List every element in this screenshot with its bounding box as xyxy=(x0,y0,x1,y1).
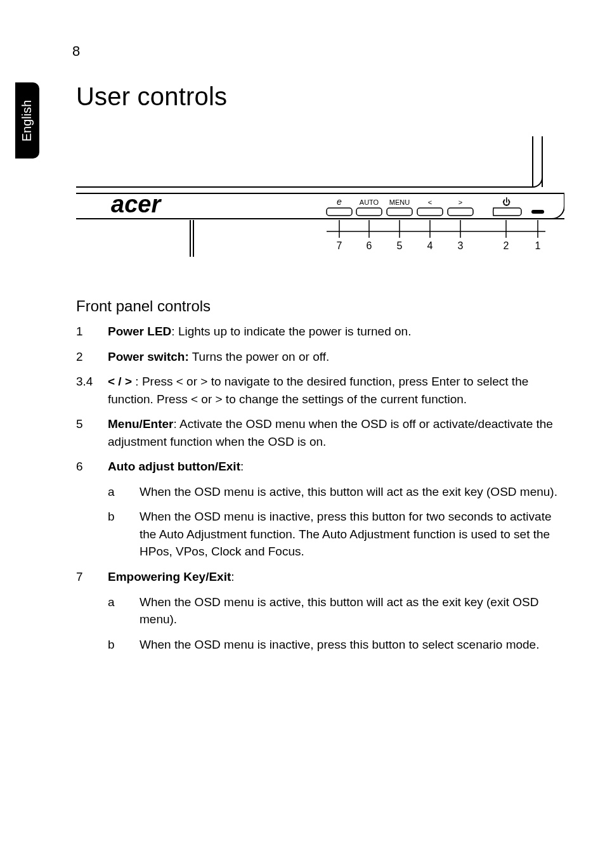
item-text: Press < or > to navigate to the desired … xyxy=(108,375,528,406)
empower-icon: e xyxy=(337,197,342,207)
item-num: 2 xyxy=(76,348,108,366)
sub-item: b When the OSD menu is inactive, press t… xyxy=(76,636,564,654)
callout-5: 5 xyxy=(397,240,403,251)
brand-logo: acer xyxy=(111,191,162,217)
language-tab: English xyxy=(15,82,39,159)
item-label: Power switch: xyxy=(108,350,189,363)
item-sep: : xyxy=(132,375,142,388)
svg-rect-13 xyxy=(531,210,544,214)
list-item: 5 Menu/Enter: Activate the OSD menu when… xyxy=(76,415,564,450)
language-tab-label: English xyxy=(20,100,35,141)
control-panel-diagram: acer e AUTO MENU < xyxy=(76,136,564,266)
list-item: 6 Auto adjust button/Exit: xyxy=(76,458,564,476)
item-body: Menu/Enter: Activate the OSD menu when t… xyxy=(108,415,564,450)
auto-label: AUTO xyxy=(360,198,379,206)
right-label: > xyxy=(459,198,462,206)
item-label: Menu/Enter xyxy=(108,417,173,431)
svg-rect-8 xyxy=(327,208,352,216)
callout-7: 7 xyxy=(337,240,342,251)
sub-item: a When the OSD menu is active, this butt… xyxy=(76,593,564,628)
item-sep: : xyxy=(240,460,244,473)
item-text: Lights up to indicate the power is turne… xyxy=(178,325,412,338)
list-item: 2 Power switch: Turns the power on or of… xyxy=(76,348,564,366)
page-number: 8 xyxy=(72,43,80,60)
sub-text: When the OSD menu is active, this button… xyxy=(140,593,564,628)
item-sep: : xyxy=(231,570,234,583)
sub-text: When the OSD menu is inactive, press thi… xyxy=(140,636,564,654)
section-heading: Front panel controls xyxy=(76,297,564,315)
callout-3: 3 xyxy=(458,240,464,251)
list-item: 3.4 < / > : Press < or > to navigate to … xyxy=(76,373,564,408)
item-body: < / > : Press < or > to navigate to the … xyxy=(108,373,564,408)
item-num: 3.4 xyxy=(76,373,108,408)
sub-text: When the OSD menu is inactive, press thi… xyxy=(140,508,564,560)
item-num: 7 xyxy=(76,568,108,586)
sub-key: b xyxy=(76,636,140,654)
svg-rect-10 xyxy=(387,208,412,216)
power-icon: ⏻ xyxy=(502,197,511,207)
callout-6: 6 xyxy=(367,240,372,251)
menu-label: MENU xyxy=(389,198,410,206)
item-body: Empowering Key/Exit: xyxy=(108,568,564,586)
item-sep: : xyxy=(173,417,179,431)
sub-key: b xyxy=(76,508,140,560)
callout-1: 1 xyxy=(535,240,541,251)
item-num: 1 xyxy=(76,323,108,340)
item-text: Turns the power on or off. xyxy=(192,350,330,363)
sub-key: a xyxy=(76,483,140,501)
callout-4: 4 xyxy=(427,240,433,251)
item-label: Auto adjust button/Exit xyxy=(108,460,240,473)
item-num: 5 xyxy=(76,415,108,450)
item-label: < / > xyxy=(108,375,132,388)
item-label: Power LED xyxy=(108,325,171,338)
content: User controls acer xyxy=(76,82,564,661)
svg-rect-12 xyxy=(448,208,473,216)
list-item: 1 Power LED: Lights up to indicate the p… xyxy=(76,323,564,340)
svg-rect-9 xyxy=(356,208,382,216)
item-body: Power switch: Turns the power on or off. xyxy=(108,348,564,366)
item-label: Empowering Key/Exit xyxy=(108,570,231,583)
item-num: 6 xyxy=(76,458,108,476)
controls-list: 1 Power LED: Lights up to indicate the p… xyxy=(76,323,564,653)
sub-item: a When the OSD menu is active, this butt… xyxy=(76,483,564,501)
page-title: User controls xyxy=(76,82,564,111)
sub-item: b When the OSD menu is inactive, press t… xyxy=(76,508,564,560)
svg-rect-11 xyxy=(417,208,443,216)
item-body: Power LED: Lights up to indicate the pow… xyxy=(108,323,564,340)
sub-text: When the OSD menu is active, this button… xyxy=(140,483,564,501)
left-label: < xyxy=(428,198,432,206)
item-body: Auto adjust button/Exit: xyxy=(108,458,564,476)
list-item: 7 Empowering Key/Exit: xyxy=(76,568,564,586)
item-sep: : xyxy=(171,325,178,338)
callout-2: 2 xyxy=(504,240,509,251)
sub-key: a xyxy=(76,593,140,628)
